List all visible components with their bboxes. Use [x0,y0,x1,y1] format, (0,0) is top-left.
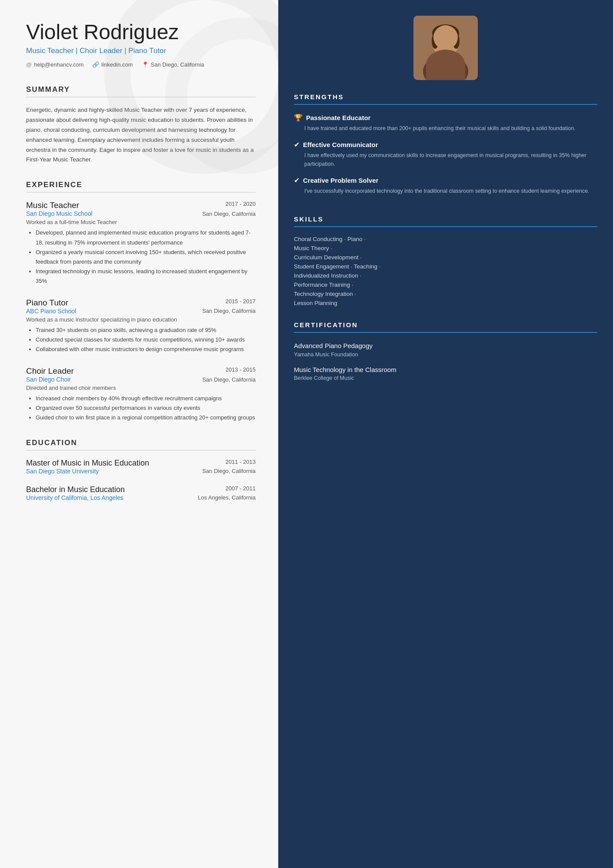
job-3: Choir Leader 2013 - 2015 San Diego Choir… [26,366,256,422]
job-2-bullet-2: Conducted special classes for students f… [36,335,256,345]
svg-point-1 [423,55,468,80]
location-contact: 📍 San Diego, California [142,61,204,68]
skills-divider [294,226,597,227]
skill-8: Lesson Planning [294,300,597,306]
job-2-title: Piano Tutor [26,298,68,308]
education-section: EDUCATION Master of Music in Music Educa… [26,439,256,501]
experience-title: EXPERIENCE [26,181,256,189]
edu-2-dates: 2007 - 2011 [226,485,256,494]
cert-2-name: Music Technology in the Classroom [294,365,597,374]
job-2-bullet-3: Collaborated with other music instructor… [36,345,256,354]
job-1-desc: Worked as a full-time Music Teacher [26,219,256,225]
strength-3-icon: ✔ [294,176,300,184]
strength-2-name: Effective Communicator [303,141,378,148]
edu-1-school-line: San Diego State University San Diego, Ca… [26,468,256,475]
linkedin-text: linkedin.com [101,61,133,68]
strengths-divider [294,104,597,105]
job-3-dates: 2013 - 2015 [226,366,256,373]
job-1-bullet-2: Organized a yearly musical concert invol… [36,248,256,267]
candidate-title: Music Teacher | Choir Leader | Piano Tut… [26,47,256,55]
certification-title: CERTIFICATION [294,321,597,328]
email-contact: @ help@enhancv.com [26,61,83,68]
linkedin-contact: 🔗 linkedin.com [92,61,133,68]
job-2: Piano Tutor 2015 - 2017 ABC Piano School… [26,298,256,354]
edu-2-header: Bachelor in Music Education 2007 - 2011 [26,485,256,494]
summary-text: Energetic, dynamic and highly-skilled Mu… [26,105,256,165]
experience-section: EXPERIENCE Music Teacher 2017 - 2020 San… [26,181,256,422]
strength-1-icon: 🏆 [294,114,303,122]
strength-2-desc: I have effectively used my communication… [294,151,597,168]
edu-1: Master of Music in Music Education 2011 … [26,459,256,475]
job-1-bullet-1: Developed, planned and implemented music… [36,228,256,247]
svg-point-4 [432,24,459,42]
left-column: Violet Rodriguez Music Teacher | Choir L… [0,0,278,868]
strength-2-header: ✔ Effective Communicator [294,141,597,149]
skill-5: Individualized Instruction · [294,272,597,279]
strength-3: ✔ Creative Problem Solver I've successfu… [294,176,597,195]
job-3-desc: Directed and trained choir members [26,385,256,391]
job-2-bullet-1: Trained 30+ students on piano skills, ac… [36,325,256,335]
edu-1-degree: Master of Music in Music Education [26,459,149,468]
strength-1-name: Passionate Educator [306,114,370,121]
strength-3-desc: I've successfully incorporated technolog… [294,187,597,195]
skill-2: Music Theory · [294,245,597,251]
job-1: Music Teacher 2017 - 2020 San Diego Musi… [26,201,256,286]
job-3-header: Choir Leader 2013 - 2015 [26,366,256,376]
photo-area [278,0,613,93]
svg-point-7 [440,41,443,45]
skills-title: SKILLS [294,215,597,223]
job-2-location: San Diego, California [202,308,256,314]
strength-1-desc: I have trained and educated more than 20… [294,124,597,133]
job-3-company: San Diego Choir [26,376,71,383]
job-3-location: San Diego, California [202,376,256,383]
certification-section: CERTIFICATION Advanced Piano Pedagogy Ya… [278,321,613,389]
summary-title: SUMMARY [26,85,256,94]
job-3-company-line: San Diego Choir San Diego, California [26,376,256,383]
job-1-title: Music Teacher [26,201,79,210]
skill-4: Student Engagement · Teaching · [294,263,597,270]
summary-divider [26,97,256,97]
education-title: EDUCATION [26,439,256,447]
edu-1-dates: 2011 - 2013 [226,459,256,468]
job-2-header: Piano Tutor 2015 - 2017 [26,298,256,308]
job-2-bullets: Trained 30+ students on piano skills, ac… [26,325,256,354]
skill-7: Technology Integration · [294,291,597,297]
skill-1: Choral Conducting · Piano · [294,236,597,242]
candidate-name: Violet Rodriguez [26,21,256,44]
job-1-bullets: Developed, planned and implemented music… [26,228,256,286]
edu-2-school: University of California, Los Angeles [26,494,123,501]
summary-section: SUMMARY Energetic, dynamic and highly-sk… [26,85,256,165]
job-1-dates: 2017 - 2020 [226,201,256,207]
email-text: help@enhancv.com [34,61,83,68]
edu-1-location: San Diego, California [202,468,256,475]
edu-1-header: Master of Music in Music Education 2011 … [26,459,256,468]
strength-3-header: ✔ Creative Problem Solver [294,176,597,184]
cert-2: Music Technology in the Classroom Berkle… [294,365,597,382]
job-2-dates: 2015 - 2017 [226,298,256,305]
svg-point-8 [448,41,452,45]
cert-2-org: Berklee College of Music [294,375,597,381]
job-1-header: Music Teacher 2017 - 2020 [26,201,256,210]
svg-point-6 [453,33,460,49]
svg-point-3 [433,28,459,57]
skill-3: Curriculum Development · [294,254,597,261]
strength-1: 🏆 Passionate Educator I have trained and… [294,114,597,133]
experience-divider [26,192,256,193]
skills-section: SKILLS Choral Conducting · Piano · Music… [278,215,613,309]
job-3-bullet-2: Organized over 50 successful performance… [36,403,256,413]
svg-point-2 [426,56,465,80]
job-1-company-line: San Diego Music School San Diego, Califo… [26,210,256,217]
job-3-bullet-3: Guided choir to win first place in a reg… [36,413,256,422]
edu-2-location: Los Angeles, California [198,494,256,501]
avatar-svg [413,16,478,80]
right-column: STRENGTHS 🏆 Passionate Educator I have t… [278,0,613,868]
strength-3-name: Creative Problem Solver [303,177,378,184]
edu-2-degree: Bachelor in Music Education [26,485,125,494]
header-block: Violet Rodriguez Music Teacher | Choir L… [26,21,256,68]
cert-1-name: Advanced Piano Pedagogy [294,342,597,350]
strength-1-header: 🏆 Passionate Educator [294,114,597,122]
strengths-title: STRENGTHS [294,93,597,101]
location-text: San Diego, California [151,61,204,68]
cert-1: Advanced Piano Pedagogy Yamaha Music Fou… [294,342,597,358]
job-2-company: ABC Piano School [26,308,76,315]
